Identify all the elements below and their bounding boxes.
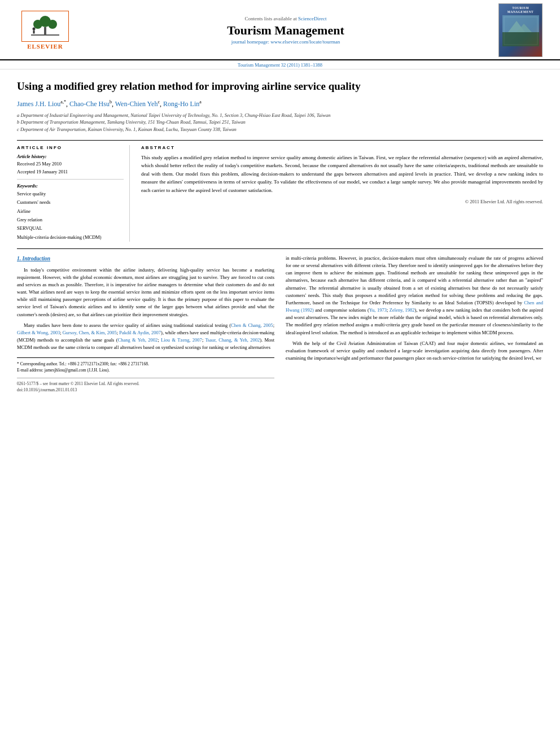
journal-cover: TOURISMMANAGEMENT bbox=[492, 3, 549, 57]
author-2[interactable]: Chao-Che Hsu bbox=[69, 100, 110, 108]
author-3[interactable]: Wen-Chien Yeh bbox=[115, 100, 158, 108]
affiliation-3: c Department of Air Transportation, Kain… bbox=[17, 126, 543, 133]
author-2-sup: b bbox=[110, 99, 112, 104]
affiliations: a Department of Industrial Engineering a… bbox=[17, 112, 543, 133]
abstract-text: This study applies a modified grey relat… bbox=[141, 154, 543, 194]
citation-line: Tourism Management 32 (2011) 1381–1388 bbox=[0, 60, 560, 69]
intro-paragraph-3: in multi-criteria problems. However, in … bbox=[286, 255, 543, 337]
section-1-title: 1. Introduction bbox=[17, 255, 274, 263]
svg-point-4 bbox=[48, 20, 57, 29]
received-date: Received 25 May 2010 bbox=[17, 160, 124, 168]
journal-header-center: Contents lists available at ScienceDirec… bbox=[79, 3, 492, 57]
author-3-sup: c bbox=[158, 99, 160, 104]
keyword-5: SERVQUAL bbox=[17, 224, 124, 233]
authors-line: James J.H. Lioua,*, Chao-Che Hsub, Wen-C… bbox=[17, 99, 543, 108]
journal-cover-image: TOURISMMANAGEMENT bbox=[498, 3, 542, 57]
sciencedirect-link[interactable]: ScienceDirect bbox=[298, 16, 326, 21]
ref-pakdil[interactable]: Pakdil & Aydin, 2007 bbox=[119, 330, 161, 335]
journal-header: ELSEVIER Contents lists available at Sci… bbox=[0, 0, 560, 60]
keyword-4: Grey relation bbox=[17, 216, 124, 224]
svg-rect-7 bbox=[33, 30, 35, 34]
svg-point-6 bbox=[33, 28, 36, 30]
page: ELSEVIER Contents lists available at Sci… bbox=[0, 0, 560, 747]
author-4[interactable]: Rong-Ho Lin bbox=[163, 100, 199, 108]
sciencedirect-line: Contents lists available at ScienceDirec… bbox=[245, 16, 327, 21]
keyword-3: Airline bbox=[17, 207, 124, 216]
accepted-date: Accepted 19 January 2011 bbox=[17, 168, 124, 176]
article-title: Using a modified grey relation method fo… bbox=[17, 80, 543, 94]
ref-gilbert-wong[interactable]: Gilbert & Wong, 2003 bbox=[17, 330, 60, 335]
keyword-6: Multiple-criteria decision-making (MCDM) bbox=[17, 233, 124, 242]
ref-chen-chang[interactable]: Chen & Chang, 2005 bbox=[231, 322, 273, 328]
article-info-column: ARTICLE INFO Article history: Received 2… bbox=[17, 145, 130, 242]
svg-point-3 bbox=[33, 20, 42, 29]
author-1-sup: a,* bbox=[60, 99, 66, 104]
abstract-column: ABSTRACT This study applies a modified g… bbox=[141, 145, 543, 242]
elsevier-logo-area: ELSEVIER bbox=[11, 3, 79, 57]
body-section: 1. Introduction In today's competitive e… bbox=[17, 248, 543, 394]
svg-rect-5 bbox=[31, 34, 59, 36]
ref-chang-yeh[interactable]: Chang & Yeh, 2002 bbox=[118, 337, 158, 343]
intro-paragraph-2: Many studies have been done to assess th… bbox=[17, 322, 274, 352]
author-4-sup: a bbox=[199, 99, 202, 104]
keywords-heading: Keywords: bbox=[17, 183, 124, 189]
info-divider bbox=[17, 179, 124, 180]
journal-homepage: journal homepage: www.elsevier.com/locat… bbox=[231, 39, 340, 45]
ref-gursoy[interactable]: Gursoy, Chen, & Kim, 2005 bbox=[63, 330, 117, 335]
article-info-abstract-section: ARTICLE INFO Article history: Received 2… bbox=[17, 140, 543, 242]
body-col-right: in multi-criteria problems. However, in … bbox=[286, 255, 543, 394]
ref-yu[interactable]: Yu, 1973 bbox=[369, 307, 387, 313]
cover-title-text: TOURISMMANAGEMENT bbox=[508, 6, 534, 14]
copyright-line: © 2011 Elsevier Ltd. All rights reserved… bbox=[141, 199, 543, 204]
footnote-copyright: 0261-5177/$ – see front matter © 2011 El… bbox=[17, 378, 274, 394]
elsevier-logo-img bbox=[21, 11, 69, 42]
svg-rect-13 bbox=[502, 15, 539, 32]
footnote-email: E-mail address: jamesjhliou@gmail.com (J… bbox=[17, 367, 274, 373]
ref-tsaur[interactable]: Tsaur, Chang, & Yeh, 2002 bbox=[205, 337, 260, 343]
abstract-heading: ABSTRACT bbox=[141, 145, 543, 150]
author-1[interactable]: James J.H. Liou bbox=[17, 100, 60, 108]
footnote-corresponding: * Corresponding author. Tel.: +886 2 277… bbox=[17, 361, 274, 367]
affiliation-2: b Department of Transportation Managemen… bbox=[17, 119, 543, 126]
elsevier-logo: ELSEVIER bbox=[21, 11, 69, 50]
article-history-heading: Article history: bbox=[17, 154, 124, 159]
keywords-list: Service quality Customers' needs Airline… bbox=[17, 190, 124, 242]
journal-title: Tourism Management bbox=[227, 23, 344, 38]
elsevier-text: ELSEVIER bbox=[27, 43, 63, 50]
ref-zeleny[interactable]: Zeleny, 1982 bbox=[390, 307, 415, 313]
intro-paragraph-1: In today's competitive environment withi… bbox=[17, 267, 274, 318]
ref-liou-tzeng[interactable]: Liou & Tzeng, 2007 bbox=[161, 337, 202, 343]
svg-rect-10 bbox=[502, 32, 539, 46]
intro-paragraph-4: With the help of the Civil Aviation Admi… bbox=[286, 340, 543, 362]
footnote-area: * Corresponding author. Tel.: +886 2 277… bbox=[17, 357, 274, 394]
keyword-1: Service quality bbox=[17, 190, 124, 198]
article-info-heading: ARTICLE INFO bbox=[17, 145, 124, 150]
journal-cover-inner: TOURISMMANAGEMENT bbox=[499, 4, 542, 56]
body-col-left: 1. Introduction In today's competitive e… bbox=[17, 255, 274, 394]
main-content: Using a modified grey relation method fo… bbox=[0, 69, 560, 399]
keyword-2: Customers' needs bbox=[17, 198, 124, 207]
affiliation-1: a Department of Industrial Engineering a… bbox=[17, 112, 543, 119]
svg-rect-1 bbox=[44, 27, 46, 35]
